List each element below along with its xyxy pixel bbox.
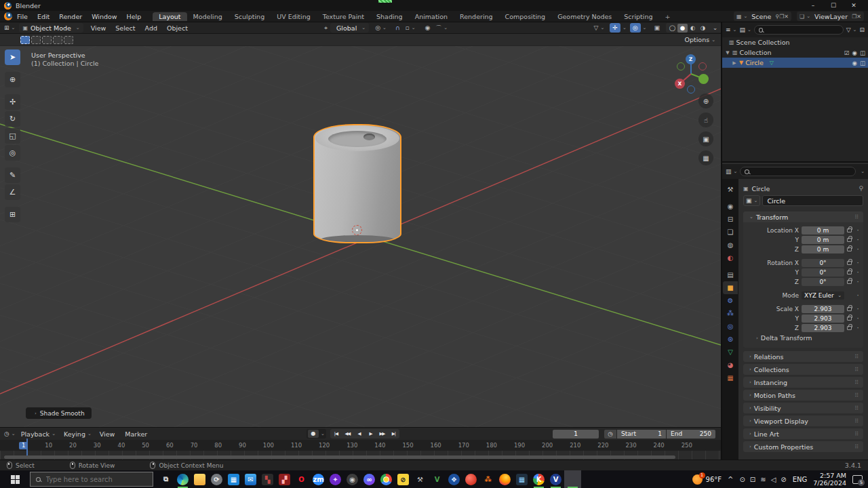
animate-dot[interactable]: · (855, 278, 861, 285)
taskbar-app-icon[interactable] (174, 470, 191, 488)
drag-handle-icon[interactable]: ⠿ (854, 214, 859, 220)
start-button[interactable] (0, 470, 30, 488)
taskbar-app-icon[interactable]: ✦ (327, 470, 344, 488)
taskbar-search[interactable] (30, 472, 153, 487)
options-dropdown[interactable]: Options⌄ (684, 36, 715, 43)
object-name-field[interactable]: Circle (762, 195, 863, 206)
ruler-number[interactable]: 110 (291, 442, 302, 449)
value-slider[interactable]: 0 m (802, 226, 844, 235)
taskbar-app-icon[interactable]: K (530, 470, 547, 488)
taskbar-app-icon[interactable]: ✉ (242, 470, 259, 488)
taskbar-app-icon[interactable]: ∞ (361, 470, 378, 488)
value-slider[interactable]: 0 m (802, 236, 844, 244)
taskbar-app-icon[interactable]: zm (310, 470, 327, 488)
object-visibility-dropdown[interactable]: ▽⌄ (591, 23, 608, 33)
property-section[interactable]: › Line Art ⠿ (743, 428, 863, 439)
properties-tab[interactable]: ▦ (723, 371, 738, 384)
properties-tab[interactable]: ⊛ (723, 333, 738, 346)
timeline-editor-icon[interactable]: ◷⌄ (4, 430, 16, 437)
workspace-tab[interactable]: Texture Paint (317, 12, 370, 21)
viewport-tool-button[interactable]: ↻ (5, 111, 20, 127)
workspace-tab[interactable]: Modeling (187, 12, 229, 21)
property-section[interactable]: › Relations ⠿ (743, 351, 863, 362)
mode-selector[interactable]: ▣ Object Mode ⌄ (19, 23, 83, 33)
ruler-number[interactable]: 220 (597, 442, 608, 449)
property-section[interactable]: › Custom Properties ⠿ (743, 441, 863, 452)
timeline-ruler[interactable]: 1102030405060708090100110120130140150160… (0, 440, 721, 451)
pivot-point-dropdown[interactable]: ◎⌄ (372, 23, 389, 33)
pin-icon[interactable]: ⚲ (859, 185, 863, 192)
xray-toggle[interactable]: ▣ (651, 23, 663, 33)
viewlayer-selector[interactable]: ❏⌄ ViewLayer ❐ ✕ (797, 12, 864, 21)
ruler-number[interactable]: 80 (214, 442, 222, 449)
select-mode-button[interactable] (53, 36, 62, 44)
taskbar-app-icon[interactable]: V (429, 470, 446, 488)
properties-tab[interactable]: ◐ (723, 251, 738, 264)
outliner-row-scene-collection[interactable]: ▥ Scene Collection (722, 37, 868, 47)
taskbar-app-icon[interactable] (496, 470, 513, 488)
value-field[interactable]: 0° (802, 259, 844, 267)
properties-editor-icon[interactable]: ▥⌄ (726, 168, 737, 175)
lock-icon[interactable] (847, 247, 852, 251)
taskbar-app-icon[interactable] (191, 470, 208, 488)
viewport-nav-button[interactable]: ▦ (698, 150, 713, 165)
ruler-number[interactable]: 20 (69, 442, 77, 449)
select-mode-button[interactable] (31, 36, 41, 44)
keying-dropdown[interactable]: ⌄ (321, 431, 325, 436)
viewport-menu-item[interactable]: Object (162, 24, 193, 32)
property-section[interactable]: › Collections ⠿ (743, 364, 863, 375)
taskbar-app-icon[interactable] (378, 470, 395, 488)
workspace-tab[interactable]: Layout (153, 12, 186, 21)
record-button[interactable]: ● (308, 430, 319, 438)
expand-arrow-icon[interactable]: ▶ (732, 60, 737, 66)
lock-icon[interactable] (847, 280, 852, 284)
menu-item[interactable]: Window (87, 13, 121, 20)
camera-visibility-icon[interactable]: ◫ (860, 60, 865, 66)
playback-button[interactable]: |◀ (330, 429, 342, 439)
menu-item[interactable]: Render (54, 13, 87, 20)
taskbar-app-icon[interactable]: O (293, 470, 310, 488)
gizmo-z-axis[interactable]: Z (686, 54, 696, 64)
weather-widget[interactable]: 1 96°F (692, 474, 722, 485)
workspace-tab[interactable]: + (659, 12, 677, 21)
viewport-menu-item[interactable]: Select (111, 24, 140, 32)
stopwatch-icon[interactable]: ◷ (604, 430, 616, 439)
unlink-icon[interactable]: ✕ (856, 14, 861, 20)
ruler-number[interactable]: 200 (542, 442, 553, 449)
gizmo-y-neg[interactable] (677, 62, 685, 70)
ruler-number[interactable]: 90 (239, 442, 246, 449)
lock-icon[interactable] (847, 270, 852, 274)
lock-icon[interactable] (847, 307, 852, 311)
playhead[interactable] (26, 439, 28, 456)
animate-dot[interactable]: · (855, 291, 861, 299)
falloff-dropdown[interactable]: ⌒⌄ (433, 23, 450, 33)
viewport-3d[interactable]: User Perspective (1) Collection | Circle… (0, 46, 721, 427)
playback-button[interactable]: ▶ (365, 429, 376, 439)
properties-options-icon[interactable]: ⌄ (861, 169, 865, 174)
animate-dot[interactable]: · (855, 324, 861, 331)
proportional-edit-toggle[interactable]: ◉ (422, 23, 433, 33)
ruler-number[interactable]: 100 (263, 442, 274, 449)
viewport-tool-button[interactable]: ⊕ (5, 72, 20, 87)
timeline-scrollbar[interactable] (4, 455, 675, 459)
ruler-number[interactable]: 190 (514, 442, 525, 449)
taskbar-app-icon[interactable]: ⟳ (208, 470, 225, 488)
rotation-mode-dropdown[interactable]: XYZ Euler (802, 291, 844, 300)
current-frame-field[interactable]: 1 (553, 430, 599, 439)
properties-tab[interactable]: ◕ (723, 359, 738, 371)
taskbar-app-icon[interactable]: ▦ (225, 470, 242, 488)
viewport-nav-button[interactable]: ▣ (698, 131, 713, 146)
gizmo-y-axis[interactable] (698, 74, 709, 84)
outliner-search[interactable] (754, 25, 844, 35)
properties-tab[interactable]: ▤ (723, 268, 738, 281)
ruler-number[interactable]: 180 (486, 442, 497, 449)
tray-icon[interactable]: ≋ (760, 476, 766, 483)
notification-center-icon[interactable]: 5 (852, 475, 863, 484)
workspace-tab[interactable]: Rendering (454, 12, 499, 21)
select-mode-button[interactable] (42, 36, 52, 44)
viewport-menu-item[interactable]: Add (140, 24, 162, 32)
animate-dot[interactable]: · (855, 305, 861, 312)
animate-dot[interactable]: · (855, 314, 861, 322)
properties-search-input[interactable] (752, 168, 851, 175)
timeline-menu-item[interactable]: Playback⌄ (21, 430, 56, 438)
